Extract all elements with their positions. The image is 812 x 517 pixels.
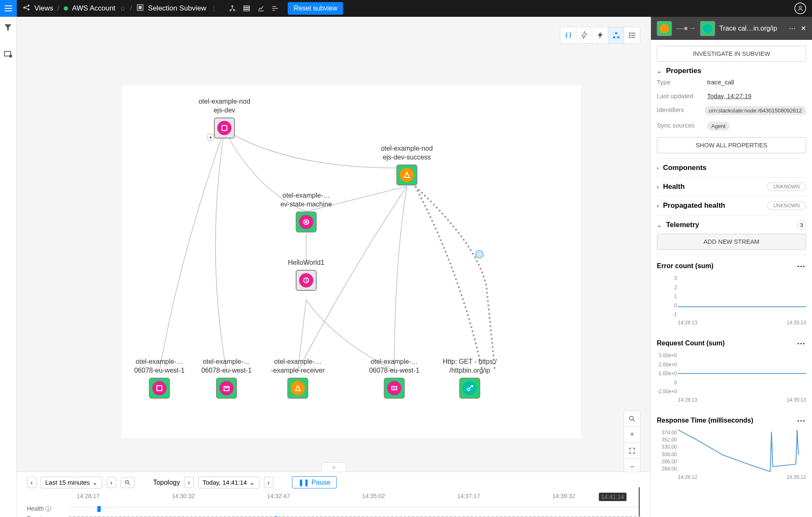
node-row2[interactable]: otel-example-…06078-eu-west-1 — [197, 358, 256, 399]
properties-toggle[interactable]: ⌄Properties — [657, 67, 806, 75]
time-prev-button[interactable]: ‹ — [184, 477, 194, 488]
zoom-out-time-icon[interactable] — [120, 477, 135, 488]
user-avatar-icon[interactable] — [794, 3, 806, 14]
breadcrumb: Views / AWS Account ☆ / Selection Subvie… — [17, 4, 223, 13]
source-node-icon — [657, 21, 672, 36]
bolt-icon[interactable] — [592, 27, 608, 43]
time-select[interactable]: Today, 14:41:14 ⌄ — [198, 477, 260, 488]
node-row4[interactable]: otel-example-…06078-eu-west-1 — [365, 358, 424, 399]
nodes-icon[interactable] — [608, 27, 624, 43]
node-row1[interactable]: otel-example-…06078-eu-west-1 — [130, 358, 189, 399]
svg-point-25 — [467, 388, 470, 391]
chart-view-icon[interactable] — [255, 3, 267, 14]
tick: 14:32:47 — [267, 493, 290, 499]
filter-icon[interactable] — [3, 23, 13, 33]
search-icon[interactable] — [624, 411, 640, 427]
account-link[interactable]: AWS Account — [72, 4, 115, 13]
node-otel-dev-success[interactable]: otel-example-nodejs-dev-success — [377, 144, 436, 185]
svg-rect-9 — [244, 8, 250, 9]
target-node-icon — [700, 21, 715, 36]
info-icon[interactable]: ⓘ — [45, 505, 51, 512]
pause-button[interactable]: ❚❚Pause — [292, 476, 337, 488]
node-state-machine[interactable]: otel-example-…ev-state-machine — [277, 191, 336, 232]
subview-link[interactable]: Selection Subview — [148, 4, 206, 13]
investigate-button[interactable]: INVESTIGATE IN SUBVIEW — [657, 46, 806, 62]
topology-view-icon[interactable] — [226, 3, 238, 14]
svg-point-16 — [617, 37, 619, 39]
tick: 14:28:17 — [77, 493, 100, 499]
timeline-cursor[interactable] — [639, 487, 640, 517]
chart-title: Response Time (milliseconds) — [657, 417, 753, 424]
chart-2: Response Time (milliseconds)⋯ 374.00352.… — [657, 410, 806, 487]
svg-rect-23 — [157, 386, 162, 391]
star-icon[interactable]: ☆ — [120, 4, 126, 13]
list-icon[interactable] — [624, 27, 640, 43]
close-icon[interactable]: ✕ — [801, 24, 806, 32]
svg-rect-20 — [222, 125, 227, 131]
reset-subview-button[interactable]: Reset subview — [288, 2, 343, 15]
chart-title: Error count (sum) — [657, 262, 713, 270]
collapse-timeline-icon[interactable] — [321, 462, 346, 472]
svg-rect-4 — [139, 6, 141, 9]
fit-icon[interactable] — [624, 443, 640, 459]
map-controls: + − — [624, 410, 640, 475]
left-rail — [0, 17, 17, 517]
show-all-properties-button[interactable]: SHOW ALL PROPERTIES — [657, 137, 806, 153]
tick: 14:35:02 — [362, 493, 385, 499]
chart-more-icon[interactable]: ⋯ — [797, 338, 806, 348]
more-menu-icon[interactable]: ⋯ — [789, 24, 796, 32]
hamburger-menu[interactable] — [0, 0, 17, 17]
views-link[interactable]: Views — [34, 4, 53, 13]
relation-icon[interactable] — [560, 27, 576, 43]
topology-canvas: otel-example-nodejs-dev + otel-example-n… — [122, 86, 581, 438]
zoom-in-icon[interactable]: + — [624, 427, 640, 443]
propagated-health-toggle[interactable]: ›Propagated healthUNKNOWN — [657, 201, 806, 210]
components-toggle[interactable]: ›Components — [657, 164, 806, 172]
svg-point-14 — [615, 32, 617, 34]
svg-rect-8 — [244, 6, 250, 7]
table-view-icon[interactable] — [241, 3, 252, 14]
status-dot-icon — [64, 6, 68, 10]
collapse-panel-icon[interactable]: ▸ — [651, 269, 651, 285]
telemetry-toggle[interactable]: ⌄Telemetry3 — [657, 220, 806, 230]
tick: 14:37:17 — [457, 493, 480, 499]
svg-point-11 — [799, 6, 801, 8]
subview-icon — [136, 4, 144, 13]
range-prev-button[interactable]: ‹ — [27, 477, 36, 488]
panel-title: Trace cal…in.org/ip — [719, 25, 785, 32]
svg-rect-10 — [244, 10, 250, 11]
range-select[interactable]: Last 15 minutes ⌄ — [41, 477, 102, 488]
chart-title: Request Count (sum) — [657, 339, 725, 347]
list-view-icon[interactable] — [269, 3, 281, 14]
tick: 14:30:32 — [172, 493, 195, 499]
node-otel-dev[interactable]: otel-example-nodejs-dev + — [195, 97, 254, 138]
health-toggle[interactable]: ›HealthUNKNOWN — [657, 183, 806, 191]
range-next-button[interactable]: › — [107, 477, 116, 488]
arrow-icon: —●→ — [676, 24, 696, 33]
network-icon — [23, 4, 30, 13]
top-bar: Views / AWS Account ☆ / Selection Subvie… — [0, 0, 812, 17]
add-stream-button[interactable]: ADD NEW STREAM — [657, 234, 806, 250]
chart-0: Error count (sum)⋯ 3210-1 14:28:1314:35:… — [657, 255, 806, 332]
timeline: ‹ Last 15 minutes ⌄ › Topology ‹ Today, … — [17, 472, 651, 517]
topology-label: Topology — [153, 479, 180, 486]
health-track[interactable] — [69, 507, 640, 511]
query-icon[interactable] — [3, 50, 13, 60]
view-toolbar — [560, 27, 640, 44]
svg-point-19 — [629, 37, 630, 38]
time-next-button[interactable]: › — [264, 477, 273, 488]
bolt-dashed-icon[interactable] — [576, 27, 592, 43]
node-http-get[interactable]: Http: GET - https://httpbin.org/ip — [440, 358, 499, 399]
panel-header: —●→ Trace cal…in.org/ip ⋯ ✕ — [651, 17, 812, 40]
node-helloworld[interactable]: HelloWorld1 — [277, 258, 336, 291]
expand-node-icon[interactable]: + — [207, 133, 214, 141]
chart-more-icon[interactable]: ⋯ — [797, 261, 806, 271]
tick: 14:39:32 — [552, 493, 575, 499]
svg-point-26 — [630, 416, 633, 420]
svg-point-15 — [613, 37, 615, 39]
chart-more-icon[interactable]: ⋯ — [797, 415, 806, 426]
waypoint-icon[interactable] — [475, 250, 484, 258]
canvas-area[interactable]: otel-example-nodejs-dev + otel-example-n… — [17, 17, 651, 517]
right-panel: ▸ —●→ Trace cal…in.org/ip ⋯ ✕ INVESTIGAT… — [651, 17, 812, 517]
node-row3[interactable]: otel-example-…-example-receiver — [268, 358, 327, 399]
